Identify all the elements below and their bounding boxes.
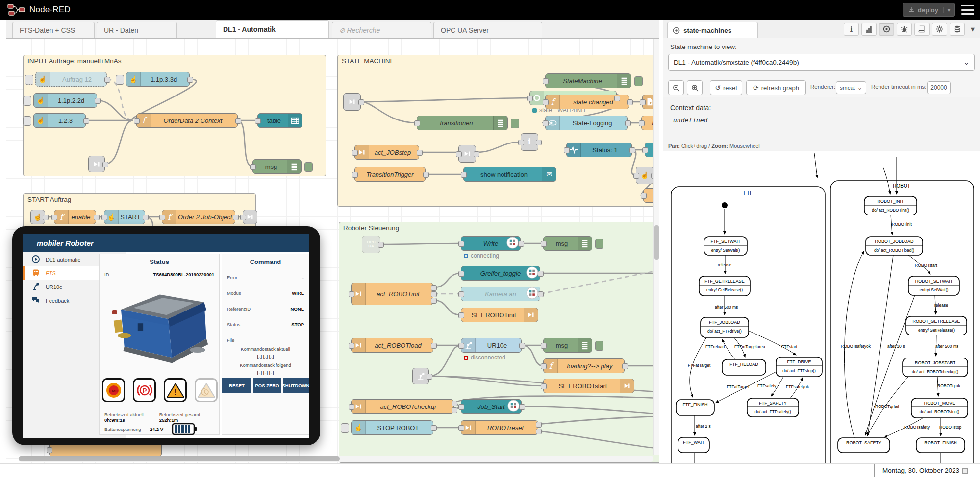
flow-tab-opc-ua-server[interactable]: OPC UA Server	[433, 22, 542, 38]
node-ur10e[interactable]: UR10e	[461, 338, 522, 353]
zoom-in-button[interactable]	[687, 80, 703, 95]
node-job-start[interactable]: Job_Start	[461, 399, 522, 414]
canvas-horizontal-scrollbar[interactable]	[19, 456, 653, 462]
output-port[interactable]	[43, 215, 49, 220]
flow-tab-fts-daten-css[interactable]: FTS-Daten + CSS	[12, 22, 95, 38]
input-port[interactable]	[541, 383, 547, 389]
sidebar-tab-state-machines[interactable]: state-machines	[667, 22, 758, 39]
node-order-2-job-object[interactable]: fOrder 2 Job-Object	[162, 210, 235, 224]
sidebar-target-icon[interactable]	[879, 23, 894, 36]
canvas-vertical-scrollbar[interactable]	[653, 38, 659, 455]
inject-button[interactable]	[116, 75, 124, 85]
output-port[interactable]	[143, 215, 149, 220]
node-set-robotstart[interactable]: SET ROBOTstart	[543, 379, 634, 393]
input-port[interactable]	[349, 291, 354, 297]
inject-button[interactable]	[341, 423, 349, 433]
output-port[interactable]	[452, 401, 457, 406]
renderer-select[interactable]: smcat⌄	[836, 81, 866, 94]
input-port[interactable]	[541, 241, 547, 247]
output-port[interactable]	[474, 151, 479, 157]
output-port[interactable]	[233, 215, 239, 220]
output-port[interactable]	[629, 147, 635, 153]
refresh-graph-button[interactable]: ⟳refresh graph	[746, 80, 806, 95]
node-robotreset[interactable]: ROBOTreset	[461, 420, 538, 435]
reset-button[interactable]: ↺reset	[710, 80, 742, 95]
output-port[interactable]	[536, 422, 542, 428]
emg-button[interactable]: EMG	[102, 378, 125, 402]
sidebar-bug-icon[interactable]	[897, 23, 912, 36]
node-write[interactable]: Write	[461, 236, 521, 251]
input-port[interactable]	[456, 151, 462, 157]
node-stop-robot[interactable]: ☝STOP ROBOT	[351, 420, 433, 435]
input-port[interactable]	[51, 215, 57, 220]
output-port[interactable]	[431, 425, 437, 431]
date-picker[interactable]: Montag, 30. Oktober 2023	[874, 464, 976, 477]
input-port[interactable]	[240, 215, 246, 220]
input-port[interactable]	[349, 404, 354, 410]
node-show-notification[interactable]: ✉show notification	[463, 167, 556, 182]
input-port[interactable]	[458, 241, 464, 247]
pos-zero-button[interactable]: POS ZERO	[253, 378, 281, 393]
input-port[interactable]	[250, 164, 256, 170]
output-port[interactable]	[622, 363, 628, 369]
node-msg[interactable]: msg	[543, 338, 592, 353]
node-act-robotload[interactable]: act_ROBOTload	[351, 338, 433, 353]
input-port[interactable]	[541, 363, 547, 369]
input-port[interactable]	[458, 404, 464, 410]
flow-tab-ur-daten[interactable]: UR - Daten	[97, 22, 177, 38]
node-state-logging[interactable]: State-Logging	[545, 116, 628, 130]
debug-toggle-button[interactable]	[304, 162, 313, 172]
sidebar-db-icon[interactable]	[950, 23, 965, 36]
node-transitionen[interactable]: transitionen	[417, 116, 508, 130]
output-port[interactable]	[102, 162, 108, 167]
sidebar-book-icon[interactable]	[914, 23, 930, 36]
node-transitiontrigger[interactable]: TransitionTrigger	[354, 167, 426, 182]
output-port[interactable]	[518, 241, 524, 247]
node-1-1p-2-2d[interactable]: ☝1.1p.2.2d	[33, 93, 97, 108]
node-orderdata-2-context[interactable]: fOrderData 2 Context	[136, 113, 238, 128]
input-port[interactable]	[543, 99, 549, 105]
node-act-robotinit[interactable]: act_ROBOTinit	[351, 283, 433, 305]
inject-button[interactable]	[23, 96, 31, 106]
debug-toggle-button[interactable]	[634, 76, 643, 86]
output-port[interactable]	[538, 271, 544, 277]
shutdown-button[interactable]: SHUTDOWN	[283, 378, 309, 393]
output-port[interactable]	[452, 407, 457, 413]
output-port[interactable]	[627, 99, 633, 105]
input-port[interactable]	[543, 120, 549, 126]
output-port[interactable]	[536, 140, 542, 145]
input-port[interactable]	[458, 291, 464, 297]
output-port[interactable]	[427, 374, 432, 380]
node-msg[interactable]: msg	[543, 236, 592, 251]
input-port[interactable]	[458, 343, 464, 349]
input-port[interactable]	[641, 193, 647, 199]
input-port[interactable]	[352, 172, 358, 178]
input-port[interactable]	[633, 173, 639, 179]
node-act-jobstep[interactable]: act_JOBstep	[354, 145, 419, 160]
output-port[interactable]	[431, 291, 437, 297]
output-port[interactable]	[536, 429, 542, 434]
output-port[interactable]	[95, 98, 101, 104]
input-port[interactable]	[541, 343, 547, 349]
deploy-options-caret[interactable]: ▾	[943, 7, 954, 13]
warning-button[interactable]: !	[164, 378, 187, 402]
input-port[interactable]	[349, 343, 354, 349]
output-port[interactable]	[519, 404, 525, 410]
input-port[interactable]	[458, 425, 464, 431]
flow-tab--recherche[interactable]: ⊘ Recherche	[332, 22, 431, 38]
debug-toggle-button[interactable]	[595, 341, 603, 351]
output-port[interactable]	[614, 96, 620, 101]
node-1-2-3[interactable]: ☝1.2.3	[33, 113, 86, 128]
sidebar-more-caret[interactable]: ▾	[968, 23, 978, 36]
input-port[interactable]	[543, 78, 549, 84]
input-port[interactable]	[461, 172, 467, 178]
output-port[interactable]	[423, 172, 429, 178]
output-port[interactable]	[431, 343, 437, 349]
reset-button[interactable]: RESET	[222, 378, 251, 393]
state-machine-select[interactable]: DL1 - Automatik/smxstate (f4ff0ca0.2449b…	[668, 54, 975, 71]
inject-button[interactable]	[23, 116, 31, 126]
output-port[interactable]	[358, 99, 364, 105]
output-port[interactable]	[431, 285, 437, 291]
input-port[interactable]	[414, 120, 420, 126]
state-diagram-area[interactable]: FTFROBOTreleaseafter 500 msFTFreloadFTFi…	[663, 151, 980, 463]
